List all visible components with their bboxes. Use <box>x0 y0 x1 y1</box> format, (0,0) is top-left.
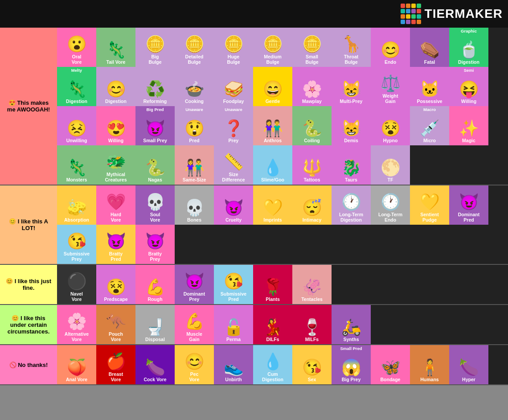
tier-item[interactable]: 🍑Anal Vore <box>57 345 96 384</box>
tier-item[interactable]: 🪙Small Bulge <box>292 28 332 67</box>
tier-item[interactable]: Semi😝Willing <box>449 67 488 106</box>
tier-item[interactable]: 🪙Big Bulge <box>135 28 175 67</box>
tier-item[interactable]: 🍎Breast Vore <box>96 345 135 384</box>
tier-item[interactable]: 🧽Absorption <box>57 185 96 225</box>
tier-item[interactable]: 💪Rough <box>135 265 175 304</box>
item-emoji: 🦎 <box>67 159 87 177</box>
tier-item[interactable]: 🌸Mawplay <box>292 67 332 106</box>
tier-item[interactable]: 🔓Perma <box>214 305 253 344</box>
tier-item[interactable]: 😊Endo <box>371 28 410 67</box>
tier-item[interactable]: ⚫Navel Vore <box>57 265 96 304</box>
tier-item[interactable]: 🐍Coiling <box>292 106 332 145</box>
tier-item[interactable]: 🕐Long-Term Endo <box>371 185 410 225</box>
tier-item[interactable]: 😊Digestion <box>96 67 135 106</box>
item-emoji: 🐲 <box>106 153 126 171</box>
tier-item[interactable]: 😈Dominant Prey <box>175 265 214 304</box>
tier-item[interactable]: 🍆Cock Vore <box>135 345 175 384</box>
tier-item[interactable]: 👫Anthros <box>253 106 292 145</box>
item-label: Prey <box>229 138 239 144</box>
tier-item[interactable]: 🔱Tattoos <box>292 145 332 185</box>
tier-item[interactable]: 😈Bratty Prey <box>135 225 175 264</box>
tier-item[interactable]: 😈Dominant Pred <box>449 185 488 225</box>
tier-item[interactable]: 🌕TF <box>371 145 410 185</box>
tier-item[interactable]: 💃DILFs <box>253 305 292 344</box>
tier-item[interactable]: 🦋Bondage <box>371 345 410 384</box>
tier-item[interactable]: 😈Bratty Pred <box>96 225 135 264</box>
tier-item[interactable]: 😍Willing <box>96 106 135 145</box>
item-top-label: Melty <box>57 68 96 73</box>
tier-item[interactable]: 🥪Foodplay <box>214 67 253 106</box>
tier-item[interactable]: 💧Cum Digestion <box>253 345 292 384</box>
item-emoji: 🦘 <box>106 313 126 330</box>
item-label: Huge Bulge <box>227 54 240 65</box>
tier-item[interactable]: Graphic🍵Digestion <box>449 28 488 67</box>
tier-item[interactable]: 👟Unbirth <box>214 345 253 384</box>
tier-item[interactable]: 🦎Tail Vore <box>96 28 135 67</box>
tier-item[interactable]: 🌸Alternative Vore <box>57 305 96 344</box>
tier-item[interactable]: 😵Hypno <box>371 106 410 145</box>
tier-item[interactable]: 🐍Nagas <box>135 145 175 185</box>
tier-item[interactable]: 👫Same-Size <box>175 145 214 185</box>
tier-item[interactable]: 🪙Medium Bulge <box>253 28 292 67</box>
item-label: Willing <box>461 99 476 104</box>
item-emoji: 😈 <box>145 119 165 137</box>
tier-item[interactable]: 💛Imprints <box>253 185 292 225</box>
item-label: Hard Vore <box>111 212 121 223</box>
tier-item[interactable]: 📏Size Difference <box>214 145 253 185</box>
tier-item[interactable]: 😴Intimacy <box>292 185 332 225</box>
tier-item[interactable]: 🐲Mythical Creatures <box>96 145 135 185</box>
tier-item[interactable]: 😸Demis <box>332 106 371 145</box>
tier-item[interactable]: ♻️Reforming <box>135 67 175 106</box>
tier-item[interactable]: 💀Soul Vore <box>135 185 175 225</box>
tier-item[interactable]: 🍆Hyper <box>449 345 488 384</box>
tier-item[interactable]: 💗Hard Vore <box>96 185 135 225</box>
tier-item[interactable]: 💀Bones <box>175 185 214 225</box>
tier-item[interactable]: 😮Oral Vore <box>57 28 96 67</box>
tier-item[interactable]: 😸Multi-Prey <box>332 67 371 106</box>
tier-item[interactable]: 🛵Synths <box>332 305 371 344</box>
tier-item[interactable]: 🧍Humans <box>410 345 449 384</box>
tier-item[interactable]: ⚖️Weight Gain <box>371 67 410 106</box>
tier-item[interactable]: 🪙Detailed Bulge <box>175 28 214 67</box>
item-emoji: ⚫ <box>67 272 87 290</box>
tier-row-alot: 😊 I like this A LOT!🧽Absorption💗Hard Vor… <box>0 185 508 265</box>
tier-item[interactable]: Unaware❓Prey <box>214 106 253 145</box>
tier-item[interactable]: 😘Sex <box>292 345 332 384</box>
tier-item[interactable]: 🍷MILFs <box>292 305 332 344</box>
tier-item[interactable]: 🦒Throat Bulge <box>332 28 371 67</box>
tier-item[interactable]: Unaware😲Pred <box>175 106 214 145</box>
tier-item[interactable]: Small Pred😱Big Prey <box>332 345 371 384</box>
tier-item[interactable]: 😵Predscape <box>96 265 135 304</box>
item-emoji: ❓ <box>224 119 244 137</box>
item-emoji: 🪙 <box>224 35 244 53</box>
tier-item[interactable]: 🚽Disposal <box>135 305 175 344</box>
tier-item[interactable]: 😣Unwilling <box>57 106 96 145</box>
tier-item[interactable]: 💛Sentient Pudge <box>410 185 449 225</box>
item-emoji: 🍆 <box>459 358 479 376</box>
tier-item[interactable]: Melty🦎Digestion <box>57 67 96 106</box>
header: TIERMAKER <box>0 0 508 28</box>
item-label: Rough <box>147 296 162 302</box>
tier-item[interactable]: 🍲Cooking <box>175 67 214 106</box>
tier-item[interactable]: 😊Pec Vore <box>175 345 214 384</box>
tier-item[interactable]: 🐱Possessive <box>410 67 449 106</box>
tier-item[interactable]: 🦑Tentacles <box>292 265 332 304</box>
tier-item[interactable]: Big Pred😈Small Prey <box>135 106 175 145</box>
tier-item[interactable]: 😘Submissive Prey <box>57 225 96 264</box>
logo-cell <box>401 14 405 19</box>
tier-item[interactable]: 🐉Taurs <box>332 145 371 185</box>
tier-item[interactable]: Macro💉Micro <box>410 106 449 145</box>
tier-item[interactable]: ⚰️Fatal <box>410 28 449 67</box>
tier-item[interactable]: 😘Submissive Pred <box>214 265 253 304</box>
tier-item[interactable]: 🕐Long-Term Digestion <box>332 185 371 225</box>
item-emoji: 💧 <box>263 353 283 371</box>
tier-item[interactable]: 🌹Plants <box>253 265 292 304</box>
tier-item[interactable]: 💪Muscle Gain <box>175 305 214 344</box>
tier-item[interactable]: 😄Gentle <box>253 67 292 106</box>
tier-item[interactable]: 🪙Huge Bulge <box>214 28 253 67</box>
tier-item[interactable]: ✨Magic <box>449 106 488 145</box>
tier-item[interactable]: 😈Cruelty <box>214 185 253 225</box>
tier-item[interactable]: 🦎Monsters <box>57 145 96 185</box>
tier-item[interactable]: 🦘Pouch Vore <box>96 305 135 344</box>
tier-item[interactable]: 💧Slime/Goo <box>253 145 292 185</box>
